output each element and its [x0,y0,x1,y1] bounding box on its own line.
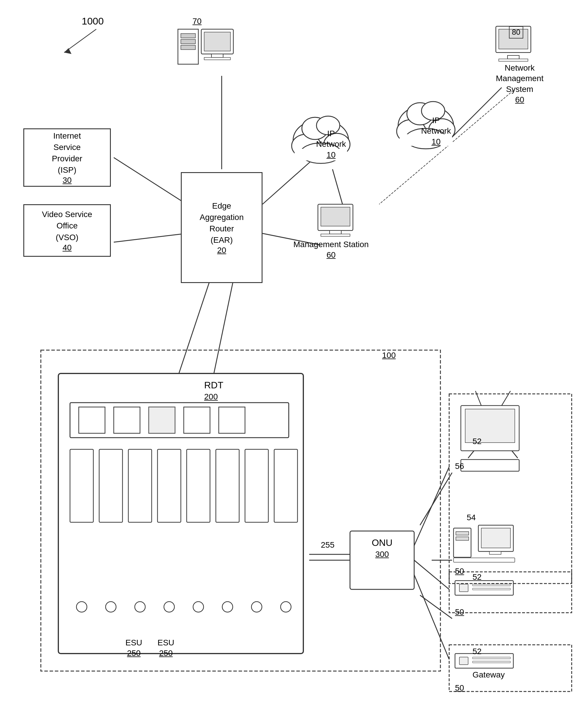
svg-rect-34 [211,54,223,58]
stb-mid-ref: 52 [472,572,482,582]
svg-point-68 [280,602,291,612]
svg-rect-38 [507,56,519,59]
svg-rect-48 [114,407,140,433]
vso-label: Video ServiceOffice(VSO) [42,209,92,243]
svg-rect-88 [455,654,513,668]
svg-line-97 [414,560,449,590]
svg-rect-55 [128,449,152,522]
svg-rect-87 [472,588,510,590]
svg-rect-94 [449,645,572,691]
svg-rect-91 [472,661,510,663]
svg-rect-77 [478,525,513,552]
svg-rect-58 [216,449,239,522]
svg-rect-83 [454,558,515,562]
svg-point-63 [135,602,145,612]
isp-box: InternetServiceProvider(ISP) 30 [23,128,111,187]
svg-rect-53 [70,449,93,522]
ip-network-left-label: IPNetwork 10 [303,128,359,160]
svg-rect-30 [181,39,195,44]
vso-ref: 40 [42,243,92,252]
stb-top-ref: 52 [472,436,482,447]
svg-rect-40 [318,204,353,230]
outer-box-ref: 100 [382,350,396,360]
rdt-label: RDT 200 [204,379,224,402]
svg-rect-49 [149,407,175,433]
subscriber-top-ref: 50 [455,566,464,577]
svg-rect-51 [219,407,245,433]
svg-rect-41 [321,207,350,226]
svg-rect-39 [499,59,528,61]
svg-rect-59 [245,449,268,522]
svg-line-72 [468,451,474,458]
fiber-ref-label: 255 [321,540,335,550]
svg-rect-50 [184,407,210,433]
svg-point-66 [222,602,233,612]
svg-rect-81 [456,532,469,535]
svg-rect-54 [99,449,123,522]
nms-label: NetworkManagementSystem 60 [496,63,543,105]
svg-rect-57 [187,449,210,522]
svg-line-3 [262,158,315,204]
ear-ref: 20 [200,246,244,255]
svg-rect-47 [79,407,105,433]
svg-rect-44 [41,350,440,671]
svg-rect-31 [181,45,195,49]
svg-marker-100 [64,48,71,54]
gateway-label: Gateway [472,669,505,680]
svg-rect-93 [449,572,572,613]
onu-label: ONU 300 [354,537,410,560]
svg-rect-70 [461,406,519,451]
svg-point-65 [193,602,204,612]
isp-ref: 30 [52,175,82,185]
svg-line-75 [502,391,510,406]
network-diagram: 1000 InternetServiceProvider(ISP) 30 Vid… [0,0,588,723]
server-ref-label: 70 [192,16,202,26]
subscriber-bot-ref: 50 [455,683,464,693]
vso-box: Video ServiceOffice(VSO) 40 [23,204,111,257]
nms-ref-number: 80 [509,26,523,39]
svg-rect-78 [481,528,510,548]
esu-left-label: ESU 250 [125,638,142,659]
svg-rect-79 [489,552,501,554]
svg-point-62 [106,602,116,612]
svg-rect-43 [321,234,350,236]
svg-line-73 [512,451,518,458]
svg-rect-28 [178,29,198,64]
svg-rect-82 [456,537,469,540]
svg-rect-56 [158,449,181,522]
nms-ref-box: 80 [509,26,523,39]
stb-bot-ref: 52 [472,646,482,657]
figure-number: 1000 [82,15,104,27]
svg-rect-84 [455,581,513,595]
svg-line-99 [64,29,96,53]
svg-line-5 [333,169,344,210]
svg-rect-80 [454,528,471,557]
tv-ref-label: 56 [455,461,464,472]
subscriber-mid-ref: 50 [455,607,464,617]
svg-line-12 [420,595,452,619]
svg-line-74 [476,391,481,406]
svg-point-67 [251,602,262,612]
svg-line-96 [414,467,449,545]
ear-label: EdgeAggregationRouter(EAR) [200,200,244,246]
svg-line-10 [420,473,452,525]
ear-box: EdgeAggregationRouter(EAR) 20 [181,172,262,283]
esu-right-label: ESU 250 [158,638,174,659]
svg-rect-29 [181,34,195,38]
svg-line-0 [114,158,187,204]
svg-rect-89 [459,657,468,665]
svg-rect-45 [58,373,303,654]
svg-line-7 [163,280,210,420]
svg-rect-85 [459,584,468,592]
svg-point-61 [77,602,87,612]
svg-rect-32 [201,29,233,54]
svg-rect-60 [274,449,297,522]
pc-ref: 54 [467,512,476,523]
svg-rect-76 [461,459,519,471]
svg-line-98 [414,575,449,659]
svg-rect-86 [472,584,510,586]
svg-rect-35 [204,58,230,60]
svg-line-1 [114,233,187,242]
svg-point-64 [164,602,174,612]
isp-label: InternetServiceProvider(ISP) [52,130,82,176]
